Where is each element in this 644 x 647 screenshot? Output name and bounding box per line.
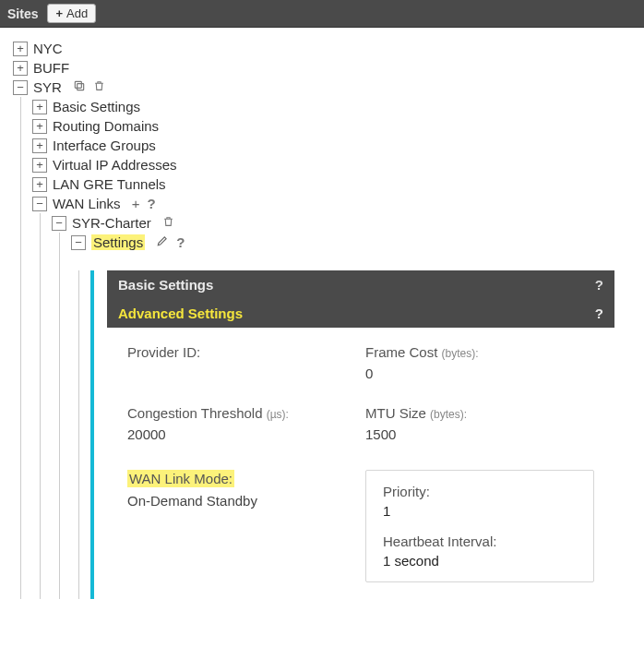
expand-icon[interactable]: + [32,138,47,153]
tree-item-label: Interface Groups [53,138,156,153]
wan-link-syr-charter[interactable]: − SYR-Charter [52,213,644,233]
tree-item-label: Virtual IP Addresses [53,157,177,173]
field-label: Heartbeat Interval: [383,533,577,549]
label-text: Frame Cost [365,344,437,360]
syr-interface-groups[interactable]: + Interface Groups [32,136,644,155]
basic-settings-section-header[interactable]: Basic Settings ? [107,270,614,299]
settings-panel: Basic Settings ? Advanced Settings ? [90,270,614,599]
field-label: Provider ID: [127,344,356,360]
field-wan-link-mode: WAN Link Mode: On-Demand Standby [127,470,356,582]
tree-item-label: WAN Links [53,196,121,211]
site-nyc[interactable]: + NYC [13,39,644,58]
add-icon[interactable]: + [132,196,140,211]
expand-icon[interactable]: + [13,61,28,76]
wan-mode-details-box: Priority: 1 Heartbeat Interval: 1 second [365,470,594,582]
syr-virtual-ip[interactable]: + Virtual IP Addresses [32,155,644,174]
help-icon[interactable]: ? [147,196,155,211]
advanced-settings-body: Provider ID: Frame Cost (bytes): [107,328,614,599]
expand-icon[interactable]: + [32,119,47,134]
field-label: Congestion Threshold (µs): [127,405,356,421]
svg-rect-1 [75,81,81,88]
tree-item-label: Settings [91,234,145,250]
field-label: Frame Cost (bytes): [365,344,594,360]
advanced-settings-section-header[interactable]: Advanced Settings ? [107,299,614,328]
field-value: 20000 [127,426,356,442]
field-label: Priority: [383,484,577,499]
section-title: Basic Settings [118,277,213,293]
site-syr[interactable]: − SYR [13,78,644,97]
delete-icon[interactable] [162,215,174,231]
field-mtu-size: MTU Size (bytes): 1500 [365,405,594,442]
field-congestion-threshold: Congestion Threshold (µs): 20000 [127,405,356,442]
expand-icon[interactable]: + [32,100,47,114]
syr-lan-gre[interactable]: + LAN GRE Tunnels [32,174,644,194]
field-label: MTU Size (bytes): [365,405,594,421]
collapse-icon[interactable]: − [71,235,86,250]
field-value: 0 [365,365,594,381]
wan-link-settings[interactable]: − Settings ? [71,233,644,252]
section-title: Advanced Settings [118,306,243,321]
label-text: MTU Size [365,405,426,421]
field-priority: Priority: 1 [383,484,577,519]
edit-icon[interactable] [156,234,169,250]
site-label: BUFF [33,60,69,76]
help-icon[interactable]: ? [595,306,603,321]
help-icon[interactable]: ? [176,234,185,250]
tree-item-label: LAN GRE Tunnels [53,176,166,192]
field-value: 1 [383,503,577,519]
field-provider-id: Provider ID: [127,344,356,381]
add-site-button[interactable]: + Add [47,4,96,23]
tree-item-label: Basic Settings [53,99,140,114]
field-heartbeat-interval: Heartbeat Interval: 1 second [383,533,577,569]
sites-tree: + NYC + BUFF − SYR + Basic Set [0,28,644,599]
add-label: Add [66,6,88,20]
svg-rect-0 [78,84,84,90]
collapse-icon[interactable]: − [13,80,28,95]
tree-item-label: SYR-Charter [72,215,151,231]
field-value: 1500 [365,426,594,442]
label-unit: (bytes): [442,347,479,360]
collapse-icon[interactable]: − [32,197,47,211]
field-value: On-Demand Standby [127,493,356,509]
label-unit: (µs): [267,408,289,421]
copy-icon[interactable] [73,79,86,95]
field-frame-cost: Frame Cost (bytes): 0 [365,344,594,381]
syr-wan-links[interactable]: − WAN Links + ? [32,194,644,213]
tree-item-label: Routing Domains [53,118,159,134]
plus-icon: + [55,6,63,20]
site-label: SYR [33,79,62,95]
field-value: 1 second [383,553,577,569]
site-buff[interactable]: + BUFF [13,58,644,78]
sites-title: Sites [7,6,38,21]
label-unit: (bytes): [430,408,467,421]
field-label: WAN Link Mode: [127,470,234,487]
expand-icon[interactable]: + [32,177,47,192]
delete-icon[interactable] [93,79,105,95]
syr-basic-settings[interactable]: + Basic Settings [32,97,644,116]
collapse-icon[interactable]: − [52,216,66,231]
site-label: NYC [33,41,63,56]
expand-icon[interactable]: + [13,42,28,56]
expand-icon[interactable]: + [32,158,47,173]
syr-routing-domains[interactable]: + Routing Domains [32,116,644,136]
sites-header: Sites + Add [0,0,644,28]
label-text: Congestion Threshold [127,405,262,421]
help-icon[interactable]: ? [595,277,603,293]
